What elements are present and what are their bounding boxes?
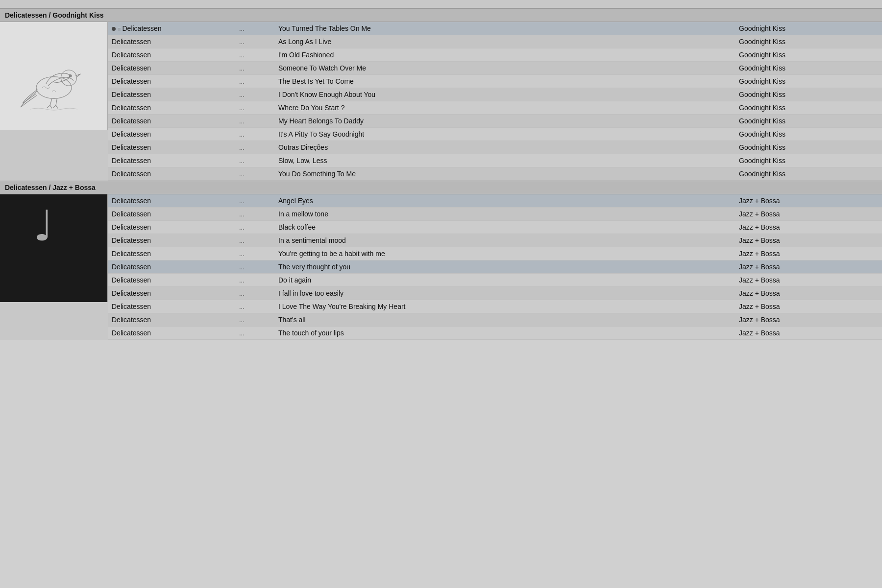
track-row[interactable]: Delicatessen...I Love The Way You're Bre… — [108, 300, 882, 313]
cell-artist: Delicatessen — [108, 275, 235, 285]
cell-title: It's A Pitty To Say Goodnight — [274, 129, 735, 140]
track-row[interactable]: Delicatessen...I fall in love too easily… — [108, 287, 882, 300]
cell-dots: ... — [235, 275, 274, 285]
cell-title: I'm Old Fashioned — [274, 49, 735, 60]
cell-album: Goodnight Kiss — [735, 155, 882, 166]
cell-album: Jazz + Bossa — [735, 195, 882, 206]
cell-title: Black coffee — [274, 222, 735, 233]
track-row[interactable]: Delicatessen...As Long As I LiveGoodnigh… — [108, 35, 882, 48]
track-row[interactable]: Delicatessen...You're getting to be a ha… — [108, 247, 882, 260]
cell-title: Someone To Watch Over Me — [274, 63, 735, 73]
album-group-jazz-bossa: Delicatessen / Jazz + Bossa ♩ Delicatess… — [0, 181, 882, 340]
cell-artist: Delicatessen — [108, 222, 235, 233]
cell-artist: Delicatessen — [108, 301, 235, 312]
track-row[interactable]: ≡ Delicatessen...You Turned The Tables O… — [108, 22, 882, 35]
cell-dots: ... — [235, 222, 274, 233]
track-row[interactable]: Delicatessen...The Best Is Yet To ComeGo… — [108, 75, 882, 88]
album-art-jazz-bossa: ♩ — [0, 194, 108, 302]
cell-artist: Delicatessen — [108, 142, 235, 153]
track-row[interactable]: Delicatessen...Do it againJazz + Bossa — [108, 274, 882, 287]
cell-dots: ... — [235, 249, 274, 259]
track-row[interactable]: Delicatessen...I Don't Know Enough About… — [108, 88, 882, 101]
cell-title: In a mellow tone — [274, 209, 735, 219]
cell-title: You're getting to be a habit with me — [274, 248, 735, 259]
cell-artist: Delicatessen — [108, 235, 235, 246]
cell-title: Do it again — [274, 275, 735, 285]
cell-artist: Delicatessen — [108, 328, 235, 338]
svg-point-2 — [69, 75, 72, 77]
cell-dots: ... — [235, 142, 274, 153]
cell-album: Goodnight Kiss — [735, 49, 882, 60]
cell-dots: ... — [235, 129, 274, 140]
group-content-goodnight-kiss: ≡ Delicatessen...You Turned The Tables O… — [0, 22, 882, 181]
cell-artist: Delicatessen — [108, 63, 235, 73]
cell-title: I fall in love too easily — [274, 288, 735, 299]
cell-album: Goodnight Kiss — [735, 142, 882, 153]
cell-album: Jazz + Bossa — [735, 235, 882, 246]
cell-title: Outras Direções — [274, 142, 735, 153]
cell-artist: Delicatessen — [108, 261, 235, 272]
cell-album: Jazz + Bossa — [735, 248, 882, 259]
track-row[interactable]: Delicatessen...Outras DireçõesGoodnight … — [108, 141, 882, 154]
cell-album: Goodnight Kiss — [735, 102, 882, 113]
cell-album: Jazz + Bossa — [735, 222, 882, 233]
track-row[interactable]: Delicatessen...Angel EyesJazz + Bossa — [108, 194, 882, 208]
cell-title: As Long As I Live — [274, 36, 735, 47]
track-row[interactable]: Delicatessen...My Heart Belongs To Daddy… — [108, 115, 882, 128]
cell-album: Jazz + Bossa — [735, 288, 882, 299]
col-title[interactable] — [235, 2, 274, 6]
cell-artist: Delicatessen — [108, 116, 235, 126]
cell-dots: ... — [235, 50, 274, 60]
track-row[interactable]: Delicatessen...In a sentimental moodJazz… — [108, 234, 882, 247]
cell-dots: ... — [235, 262, 274, 272]
track-row[interactable]: Delicatessen...That's allJazz + Bossa — [108, 313, 882, 327]
track-row[interactable]: Delicatessen...Where Do You Start ?Goodn… — [108, 101, 882, 115]
cell-album: Jazz + Bossa — [735, 328, 882, 338]
cell-artist: Delicatessen — [108, 76, 235, 87]
col-artist[interactable] — [0, 2, 108, 6]
cell-dots: ... — [235, 288, 274, 299]
cell-album: Goodnight Kiss — [735, 76, 882, 87]
track-row[interactable]: Delicatessen...The very thought of youJa… — [108, 260, 882, 274]
cell-album: Goodnight Kiss — [735, 36, 882, 47]
cell-dots: ... — [235, 315, 274, 325]
track-row[interactable]: Delicatessen...It's A Pitty To Say Goodn… — [108, 128, 882, 141]
cell-dots: ... — [235, 328, 274, 338]
group-content-jazz-bossa: ♩ Delicatessen...Angel EyesJazz + BossaD… — [0, 194, 882, 340]
cell-title: Where Do You Start ? — [274, 102, 735, 113]
cell-dots: ... — [235, 37, 274, 47]
cell-title: You Do Something To Me — [274, 168, 735, 179]
cell-artist: Delicatessen — [108, 288, 235, 299]
cell-album: Jazz + Bossa — [735, 261, 882, 272]
cell-artist: Delicatessen — [108, 195, 235, 206]
cell-title: Angel Eyes — [274, 195, 735, 206]
svg-text:♩: ♩ — [33, 203, 53, 250]
cell-album: Goodnight Kiss — [735, 168, 882, 179]
cell-dots: ... — [235, 90, 274, 100]
cell-artist: Delicatessen — [108, 89, 235, 100]
track-row[interactable]: Delicatessen...In a mellow toneJazz + Bo… — [108, 208, 882, 221]
track-row[interactable]: Delicatessen...Someone To Watch Over MeG… — [108, 62, 882, 75]
cell-album: Goodnight Kiss — [735, 89, 882, 100]
cell-album: Jazz + Bossa — [735, 275, 882, 285]
cell-title: The very thought of you — [274, 261, 735, 272]
cell-dots: ... — [235, 235, 274, 246]
cell-dots: ... — [235, 103, 274, 113]
cell-title: My Heart Belongs To Daddy — [274, 116, 735, 126]
tracks-list-goodnight-kiss: ≡ Delicatessen...You Turned The Tables O… — [108, 22, 882, 181]
cell-dots: ... — [235, 116, 274, 126]
track-row[interactable]: Delicatessen...Slow, Low, LessGoodnight … — [108, 154, 882, 167]
cell-dots: ... — [235, 209, 274, 219]
track-row[interactable]: Delicatessen...The touch of your lipsJaz… — [108, 327, 882, 340]
cell-album: Goodnight Kiss — [735, 23, 882, 34]
cell-title: That's all — [274, 314, 735, 325]
cell-album: Goodnight Kiss — [735, 63, 882, 73]
track-row[interactable]: Delicatessen...Black coffeeJazz + Bossa — [108, 221, 882, 234]
cell-album: Jazz + Bossa — [735, 314, 882, 325]
cell-artist: Delicatessen — [108, 155, 235, 166]
col-album[interactable] — [274, 2, 735, 6]
track-row[interactable]: Delicatessen...I'm Old FashionedGoodnigh… — [108, 48, 882, 62]
cell-title: I Love The Way You're Breaking My Heart — [274, 301, 735, 312]
track-row[interactable]: Delicatessen...You Do Something To MeGoo… — [108, 167, 882, 181]
cell-artist: ≡ Delicatessen — [108, 23, 235, 34]
